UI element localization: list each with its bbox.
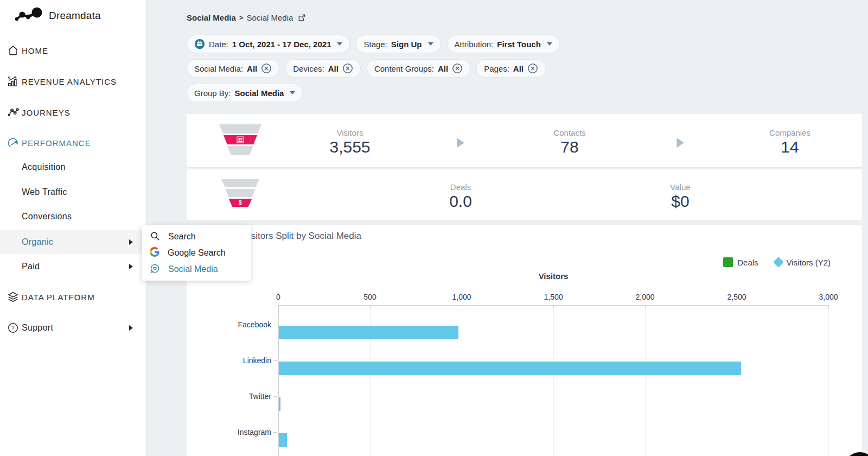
people-funnel-icon bbox=[219, 124, 261, 155]
category-label: Instagram bbox=[187, 428, 271, 436]
x-axis-tick-label: 3,000 bbox=[811, 293, 846, 301]
social-media-icon bbox=[150, 263, 160, 276]
revenue-analytics-icon: $ bbox=[7, 75, 20, 88]
submenu-item-social-media[interactable]: Social Media bbox=[142, 261, 251, 277]
support-icon: ? bbox=[7, 321, 20, 334]
x-axis-tick-label: 1,000 bbox=[444, 293, 479, 301]
x-axis-tick bbox=[737, 305, 737, 308]
gridline bbox=[553, 305, 554, 456]
chevron-right-icon bbox=[129, 264, 133, 269]
chevron-right-icon bbox=[129, 325, 133, 331]
deals-value: 0.0 bbox=[449, 192, 472, 211]
social-media-filter-pill[interactable]: Social Media: All bbox=[187, 59, 279, 78]
sidebar-item-conversions[interactable]: Conversions bbox=[0, 205, 146, 229]
category-label: Facebook bbox=[187, 320, 271, 329]
chevron-down-icon bbox=[547, 42, 552, 46]
sidebar-item-organic[interactable]: Organic bbox=[0, 230, 146, 254]
sidebar-item-home[interactable]: HOME bbox=[0, 39, 146, 62]
chart-legend: Deals Visitors (Y2) bbox=[723, 257, 831, 267]
attribution-filter-label: Attribution: bbox=[455, 40, 494, 49]
chart-title: Visitors Split by Social Media bbox=[243, 231, 361, 242]
gridline bbox=[828, 305, 829, 456]
y-axis-tick bbox=[273, 360, 277, 361]
chevron-right-icon bbox=[129, 239, 133, 245]
funnel-step-arrow-icon bbox=[457, 138, 464, 148]
remove-filter-icon[interactable] bbox=[342, 63, 353, 74]
visitors-swatch-icon bbox=[773, 257, 784, 268]
gridline bbox=[737, 305, 737, 456]
journeys-icon bbox=[7, 106, 20, 119]
group-by-pill[interactable]: Group By: Social Media bbox=[187, 84, 303, 102]
companies-label: Companies bbox=[769, 128, 810, 137]
sidebar-item-data-platform[interactable]: DATA PLATFORM bbox=[0, 285, 146, 309]
sidebar-item-revenue-analytics[interactable]: $ REVENUE ANALYTICS bbox=[0, 69, 146, 93]
x-axis-tick bbox=[828, 305, 829, 308]
date-filter-pill[interactable]: Date: 1 Oct, 2021 - 17 Dec, 2021 bbox=[187, 35, 350, 53]
breadcrumb-separator: > bbox=[239, 14, 244, 22]
legend-item-visitors[interactable]: Visitors (Y2) bbox=[775, 258, 831, 267]
pages-filter-pill[interactable]: Pages: All bbox=[476, 59, 546, 78]
deals-label: Deals bbox=[449, 182, 472, 192]
x-axis-tick-label: 500 bbox=[353, 293, 387, 301]
bar-linkedin[interactable] bbox=[279, 362, 741, 375]
bar-facebook[interactable] bbox=[279, 326, 458, 339]
filter-row-3: Group By: Social Media bbox=[187, 84, 303, 102]
visitors-label: Visitors bbox=[329, 128, 370, 137]
dollar-icon: $ bbox=[239, 200, 242, 206]
funnel-step-arrow-icon bbox=[677, 138, 684, 148]
filter-row-2: Social Media: All Devices: All Content G… bbox=[187, 59, 546, 78]
remove-filter-icon[interactable] bbox=[452, 63, 463, 74]
legend-item-deals[interactable]: Deals bbox=[723, 257, 758, 267]
attribution-filter-pill[interactable]: Attribution: First Touch bbox=[447, 35, 560, 53]
sidebar-item-web-traffic[interactable]: Web Traffic bbox=[0, 180, 146, 204]
x-axis-title: Visitors bbox=[278, 271, 828, 281]
external-link-icon[interactable] bbox=[298, 14, 306, 22]
devices-filter-pill[interactable]: Devices: All bbox=[285, 59, 361, 78]
deals-metric: Deals 0.0 bbox=[449, 182, 472, 211]
sidebar-item-support[interactable]: ? Support bbox=[0, 316, 146, 340]
filter-row-1: Date: 1 Oct, 2021 - 17 Dec, 2021 Stage: … bbox=[187, 35, 560, 53]
x-axis-tick bbox=[462, 305, 462, 308]
x-axis-tick bbox=[553, 305, 554, 308]
brand-logo[interactable]: Dreamdata bbox=[13, 7, 101, 25]
y-axis-tick bbox=[273, 325, 277, 325]
date-filter-value: 1 Oct, 2021 - 17 Dec, 2021 bbox=[232, 40, 331, 49]
remove-filter-icon[interactable] bbox=[527, 63, 538, 74]
sidebar-item-acquisition[interactable]: Acquisition bbox=[0, 155, 146, 179]
brand-name: Dreamdata bbox=[49, 10, 101, 22]
x-axis-tick-label: 0 bbox=[261, 293, 296, 301]
visitors-chart-card: Visitors Split by Social Media Deals Vis… bbox=[187, 225, 862, 456]
submenu-item-search[interactable]: Search bbox=[142, 229, 251, 245]
sidebar-item-paid[interactable]: Paid bbox=[0, 255, 146, 278]
svg-text:$: $ bbox=[8, 75, 10, 80]
x-axis-tick bbox=[645, 305, 646, 308]
companies-metric: Companies 14 bbox=[769, 128, 810, 156]
stage-filter-label: Stage: bbox=[363, 40, 387, 49]
main-content: Social Media > Social Media Date: 1 Oct,… bbox=[146, 0, 868, 456]
search-icon bbox=[150, 231, 160, 243]
gridline bbox=[645, 305, 646, 456]
people-funnel-card: Visitors 3,555 Contacts 78 Companies 14 bbox=[187, 114, 862, 167]
google-icon bbox=[150, 247, 159, 259]
submenu-item-google-search[interactable]: Google Search bbox=[142, 245, 251, 261]
data-platform-icon bbox=[7, 290, 20, 303]
breadcrumb: Social Media > Social Media bbox=[187, 13, 306, 22]
remove-filter-icon[interactable] bbox=[261, 63, 272, 74]
sidebar-item-journeys[interactable]: JOURNEYS bbox=[0, 100, 146, 124]
content-groups-filter-pill[interactable]: Content Groups: All bbox=[367, 59, 470, 78]
x-axis-tick-label: 2,000 bbox=[628, 293, 662, 301]
category-label: Twitter bbox=[187, 392, 271, 401]
chevron-down-icon bbox=[428, 42, 433, 46]
stage-filter-pill[interactable]: Stage: Sign Up bbox=[356, 35, 441, 53]
x-axis-tick bbox=[370, 305, 371, 308]
bar-instagram[interactable] bbox=[279, 433, 287, 447]
contacts-label: Contacts bbox=[553, 128, 585, 137]
chevron-down-icon bbox=[337, 42, 342, 46]
y-axis-tick bbox=[273, 432, 277, 433]
sidebar-item-performance[interactable]: PERFORMANCE bbox=[0, 131, 146, 155]
contacts-metric: Contacts 78 bbox=[553, 128, 585, 156]
bar-twitter[interactable] bbox=[279, 397, 280, 411]
stage-filter-value: Sign Up bbox=[391, 40, 422, 49]
category-label: Linkedin bbox=[187, 356, 271, 365]
breadcrumb-parent[interactable]: Social Media bbox=[187, 13, 236, 22]
